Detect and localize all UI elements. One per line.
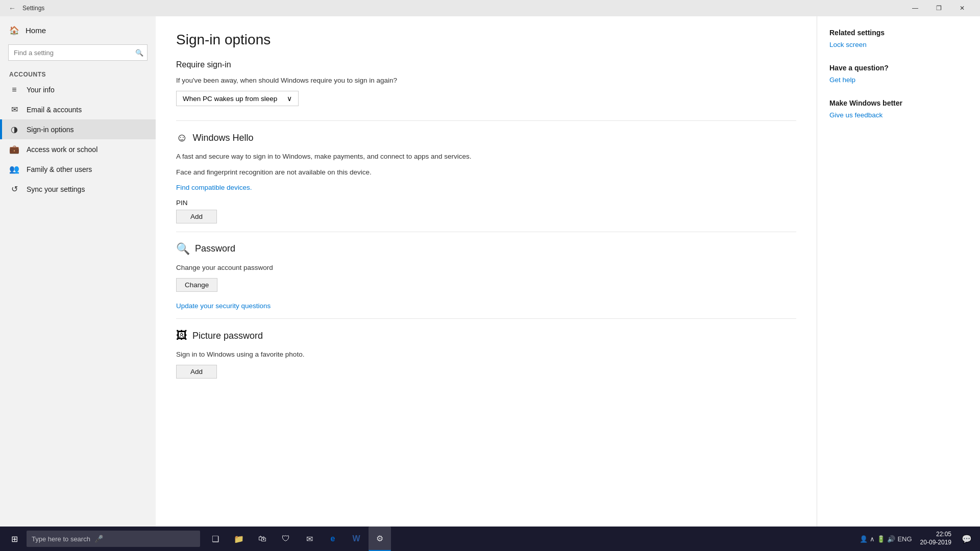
notification-icon: 💬 [962, 534, 972, 544]
sidebar-item-sign-in-options[interactable]: ◑ Sign-in options [0, 119, 156, 139]
find-compatible-devices-link[interactable]: Find compatible devices. [176, 184, 252, 191]
email-accounts-icon: ✉ [9, 105, 19, 114]
search-icon: 🔍 [135, 49, 143, 57]
start-button[interactable]: ⊞ [2, 527, 27, 551]
section-divider-2 [176, 232, 796, 232]
sidebar-item-email-accounts[interactable]: ✉ Email & accounts [0, 99, 156, 119]
file-explorer-icon: 📁 [234, 534, 244, 544]
windows-hello-title: Windows Hello [192, 133, 253, 143]
password-description: Change your account password [176, 263, 796, 273]
store-button[interactable]: 🛍 [251, 527, 274, 551]
change-password-button[interactable]: Change [176, 278, 217, 292]
sidebar-item-label: Email & accounts [27, 106, 82, 114]
settings-icon: ⚙ [376, 534, 383, 543]
language-indicator: ENG [897, 535, 912, 543]
email-button[interactable]: ✉ [298, 527, 321, 551]
windows-hello-icon: ☺ [176, 131, 187, 144]
security-questions-link[interactable]: Update your security questions [176, 302, 271, 310]
sidebar-item-family[interactable]: 👥 Family & other users [0, 159, 156, 179]
main-content: Sign-in options Require sign-in If you'v… [156, 16, 817, 527]
related-settings-heading: Related settings [829, 29, 968, 37]
sidebar-item-label: Sign-in options [27, 126, 74, 134]
system-tray[interactable]: 👤 ∧ 🔋 🔊 ENG [855, 527, 916, 551]
picture-password-icon: 🖼 [176, 329, 187, 342]
sidebar-item-access-work[interactable]: 💼 Access work or school [0, 139, 156, 159]
home-icon: 🏠 [9, 26, 19, 35]
microphone-icon: 🎤 [94, 535, 103, 543]
chevron-up-icon: ∧ [870, 535, 875, 543]
edge-icon: e [331, 534, 335, 543]
password-icon: 🔍 [176, 242, 190, 256]
taskbar-clock[interactable]: 22:05 20-09-2019 [916, 527, 955, 551]
dropdown-value: When PC wakes up from sleep [183, 95, 277, 103]
battery-icon: 🔋 [877, 535, 885, 543]
task-view-button[interactable]: ❑ [204, 527, 227, 551]
password-header: 🔍 Password [176, 242, 796, 256]
give-feedback-link[interactable]: Give us feedback [829, 111, 968, 119]
right-panel: Related settings Lock screen Have a ques… [817, 16, 980, 527]
word-button[interactable]: W [345, 527, 368, 551]
sidebar-item-your-info[interactable]: ≡ Your info [0, 80, 156, 99]
minimize-button[interactable]: — [903, 0, 927, 16]
notification-button[interactable]: 💬 [955, 527, 978, 551]
close-button[interactable]: ✕ [950, 0, 974, 16]
require-signin-heading: Require sign-in [176, 60, 796, 69]
get-help-link[interactable]: Get help [829, 76, 968, 84]
titlebar: ← Settings — ❐ ✕ [0, 0, 980, 16]
sidebar: 🏠 Home 🔍 Accounts ≡ Your info ✉ Email & … [0, 16, 156, 527]
require-signin-dropdown[interactable]: When PC wakes up from sleep ∨ [176, 91, 299, 106]
file-explorer-button[interactable]: 📁 [228, 527, 250, 551]
have-question-heading: Have a question? [829, 64, 968, 72]
sidebar-item-label: Your info [27, 86, 55, 94]
sidebar-search-container: 🔍 [8, 44, 148, 61]
maximize-button[interactable]: ❐ [927, 0, 950, 16]
taskbar-pinned-icons: ❑ 📁 🛍 🛡 ✉ e W ⚙ [204, 527, 391, 551]
person-icon: 👤 [860, 535, 868, 543]
family-icon: 👥 [9, 164, 19, 174]
app-title: Settings [22, 5, 44, 12]
pin-add-button[interactable]: Add [176, 210, 217, 223]
sidebar-item-sync[interactable]: ↺ Sync your settings [0, 179, 156, 199]
taskbar-search[interactable]: Type here to search 🎤 [27, 531, 200, 547]
taskbar: ⊞ Type here to search 🎤 ❑ 📁 🛍 🛡 ✉ e W ⚙ [0, 527, 980, 551]
picture-password-header: 🖼 Picture password [176, 329, 796, 342]
window-controls: — ❐ ✕ [903, 0, 974, 16]
sidebar-item-label: Access work or school [27, 145, 97, 154]
password-title: Password [195, 243, 235, 254]
search-input[interactable] [8, 44, 148, 61]
word-icon: W [352, 534, 360, 543]
windows-hello-desc2: Face and fingerprint recognition are not… [176, 167, 796, 178]
volume-icon: 🔊 [887, 535, 895, 543]
sidebar-section-label: Accounts [0, 67, 156, 80]
password-section: 🔍 Password Change your account password … [176, 242, 796, 310]
access-work-icon: 💼 [9, 144, 19, 154]
settings-button[interactable]: ⚙ [369, 527, 391, 551]
section-divider-1 [176, 120, 796, 121]
app-body: 🏠 Home 🔍 Accounts ≡ Your info ✉ Email & … [0, 16, 980, 527]
taskbar-right: 👤 ∧ 🔋 🔊 ENG 22:05 20-09-2019 💬 [855, 527, 978, 551]
sign-in-icon: ◑ [9, 124, 19, 134]
back-button[interactable]: ← [6, 2, 18, 14]
make-better-heading: Make Windows better [829, 99, 968, 107]
sync-icon: ↺ [9, 184, 19, 194]
start-icon: ⊞ [11, 534, 18, 544]
edge-button[interactable]: e [322, 527, 344, 551]
task-view-icon: ❑ [212, 534, 219, 544]
your-info-icon: ≡ [9, 85, 19, 94]
pin-label: PIN [176, 199, 796, 207]
sidebar-home[interactable]: 🏠 Home [0, 20, 156, 40]
sidebar-item-label: Family & other users [27, 165, 92, 173]
windows-hello-header: ☺ Windows Hello [176, 131, 796, 144]
antivirus-button[interactable]: 🛡 [275, 527, 297, 551]
clock-date: 20-09-2019 [920, 539, 951, 547]
antivirus-icon: 🛡 [282, 534, 290, 543]
picture-password-title: Picture password [192, 331, 263, 341]
taskbar-search-text: Type here to search [32, 535, 90, 543]
email-icon: ✉ [306, 534, 313, 544]
lock-screen-link[interactable]: Lock screen [829, 41, 968, 48]
picture-password-description: Sign in to Windows using a favorite phot… [176, 349, 796, 360]
sidebar-item-label: Sync your settings [27, 185, 85, 193]
chevron-down-icon: ∨ [287, 94, 292, 103]
picture-password-add-button[interactable]: Add [176, 365, 217, 379]
store-icon: 🛍 [258, 534, 266, 543]
